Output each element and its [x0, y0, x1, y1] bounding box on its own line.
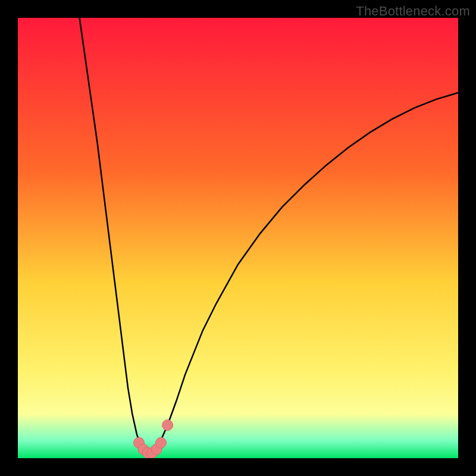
watermark-text: TheBottleneck.com — [356, 4, 470, 19]
bottleneck-chart — [18, 18, 458, 458]
marker-point — [162, 420, 173, 431]
plot-area — [18, 18, 458, 458]
marker-point — [156, 437, 167, 448]
gradient-background — [18, 18, 458, 458]
chart-frame: TheBottleneck.com — [0, 0, 476, 476]
